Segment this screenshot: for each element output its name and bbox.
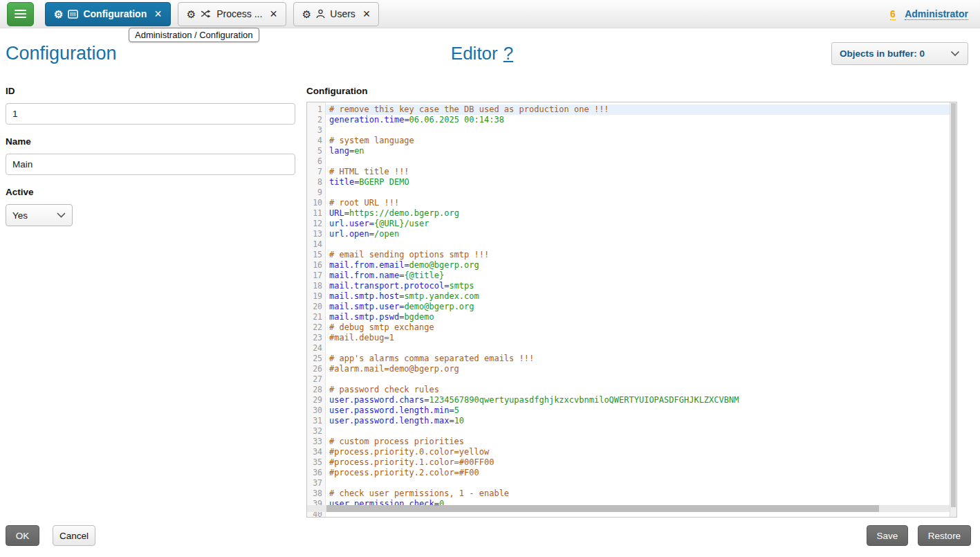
line-number: 16: [307, 260, 322, 271]
line-number: 23: [307, 333, 322, 343]
editor-line[interactable]: mail.transport.protocol=smtps: [326, 281, 956, 291]
line-number: 3: [307, 125, 322, 136]
close-icon[interactable]: ×: [363, 8, 371, 20]
editor-line[interactable]: # debug smtp exchange: [326, 322, 956, 333]
editor-inner: 1234567891011121314151617181920212223242…: [307, 102, 956, 517]
chevron-down-icon: [950, 51, 960, 57]
line-number: 13: [307, 229, 322, 239]
vertical-scrollbar[interactable]: [950, 102, 956, 517]
editor-line[interactable]: [326, 125, 956, 136]
close-icon[interactable]: ×: [270, 8, 277, 20]
buffer-count-badge[interactable]: 6: [890, 8, 896, 20]
shuffle-icon: [201, 10, 212, 18]
line-number: 7: [307, 167, 322, 177]
id-input[interactable]: [6, 103, 295, 125]
editor-gutter: 1234567891011121314151617181920212223242…: [307, 102, 326, 517]
editor-line[interactable]: [326, 478, 956, 488]
editor-line[interactable]: [326, 343, 956, 354]
editor-title: Editor?: [451, 43, 513, 64]
editor-line[interactable]: # root URL !!!: [326, 198, 956, 208]
name-label: Name: [6, 136, 295, 147]
name-input[interactable]: [6, 154, 295, 175]
editor-line[interactable]: lang=en: [326, 146, 956, 156]
line-number: 31: [307, 416, 322, 426]
tab-users[interactable]: ⚙︎ Users ×: [293, 2, 380, 26]
horizontal-scrollbar-thumb[interactable]: [326, 505, 879, 512]
editor-line[interactable]: user.password.chars=1234567890qwertyupas…: [326, 395, 956, 405]
line-number: 33: [307, 437, 322, 447]
ok-button[interactable]: OK: [6, 525, 39, 546]
editor-line[interactable]: URL=https://demo.bgerp.org: [326, 208, 956, 219]
objects-in-buffer-label: Objects in buffer: 0: [840, 48, 925, 59]
line-number: 10: [307, 198, 322, 208]
editor-line[interactable]: user.password.length.max=10: [326, 416, 956, 426]
line-number: 30: [307, 405, 322, 416]
config-form: ID Name Active Yes: [6, 86, 295, 226]
cancel-button[interactable]: Cancel: [53, 525, 95, 546]
line-number: 17: [307, 271, 322, 281]
active-select[interactable]: Yes: [6, 204, 73, 226]
page-title: Configuration: [6, 43, 117, 64]
line-number: 36: [307, 468, 322, 478]
line-number: 2: [307, 115, 322, 125]
config-editor[interactable]: 1234567891011121314151617181920212223242…: [306, 102, 957, 518]
editor-line[interactable]: # check user permissions, 1 - enable: [326, 488, 956, 499]
editor-line[interactable]: [326, 188, 956, 198]
editor-line[interactable]: generation.time=06.06.2025 00:14:38: [326, 115, 956, 125]
editor-line[interactable]: # HTML title !!!: [326, 167, 956, 177]
editor-line[interactable]: #process.priority.2.color=#F00: [326, 468, 956, 478]
top-bar: ⚙︎ Configuration × ⚙︎ Process ... × ⚙︎ U…: [0, 0, 980, 28]
tab-tooltip: Administration / Configuration: [129, 28, 259, 42]
current-user-link[interactable]: Administrator: [905, 8, 968, 20]
active-label: Active: [6, 187, 295, 198]
editor-code[interactable]: # remove this key case the DB used as pr…: [326, 102, 956, 517]
editor-line[interactable]: url.user={@URL}/user: [326, 219, 956, 229]
editor-line[interactable]: #mail.debug=1: [326, 333, 956, 343]
user-icon: [316, 9, 325, 19]
editor-line[interactable]: #process.priority.1.color=#00FF00: [326, 457, 956, 468]
help-link[interactable]: ?: [503, 43, 513, 64]
gear-icon: ⚙︎: [187, 9, 196, 19]
editor-line[interactable]: mail.smtp.pswd=bgdemo: [326, 312, 956, 322]
editor-line[interactable]: # password check rules: [326, 385, 956, 395]
save-button[interactable]: Save: [867, 525, 908, 546]
editor-line[interactable]: # email sending options smtp !!!: [326, 250, 956, 260]
editor-line[interactable]: mail.smtp.user=demo@bgerp.org: [326, 302, 956, 312]
editor-line[interactable]: [326, 156, 956, 167]
restore-button[interactable]: Restore: [918, 525, 971, 546]
editor-line[interactable]: [326, 374, 956, 385]
editor-line[interactable]: # remove this key case the DB used as pr…: [326, 104, 956, 115]
editor-line[interactable]: mail.smtp.host=smtp.yandex.com: [326, 291, 956, 302]
close-icon[interactable]: ×: [154, 8, 162, 20]
editor-line[interactable]: #alarm.mail=demo@bgerp.org: [326, 364, 956, 374]
line-number: 1: [307, 104, 322, 115]
editor-line[interactable]: # system language: [326, 136, 956, 146]
editor-line[interactable]: [326, 239, 956, 250]
objects-in-buffer-dropdown[interactable]: Objects in buffer: 0: [831, 42, 968, 65]
editor-line[interactable]: mail.from.email=demo@bgerp.org: [326, 260, 956, 271]
editor-line[interactable]: title=BGERP DEMO: [326, 177, 956, 188]
editor-line[interactable]: # custom process priorities: [326, 437, 956, 447]
line-number: 21: [307, 312, 322, 322]
line-number: 28: [307, 385, 322, 395]
tab-process[interactable]: ⚙︎ Process ... ×: [178, 2, 286, 26]
editor-panel-label: Configuration: [306, 86, 367, 96]
tab-configuration[interactable]: ⚙︎ Configuration ×: [45, 2, 171, 26]
line-number: 18: [307, 281, 322, 291]
main-menu-button[interactable]: [7, 2, 34, 26]
line-number: 35: [307, 457, 322, 468]
vertical-scrollbar-thumb[interactable]: [951, 103, 956, 507]
line-number: 14: [307, 239, 322, 250]
gear-icon: ⚙︎: [302, 9, 311, 19]
tab-label: Configuration: [83, 8, 147, 19]
editor-line[interactable]: user.password.length.min=5: [326, 405, 956, 416]
editor-line[interactable]: #process.priority.0.color=yellow: [326, 447, 956, 457]
editor-line[interactable]: [326, 426, 956, 437]
horizontal-scrollbar[interactable]: [307, 505, 950, 512]
editor-line[interactable]: url.open=/open: [326, 229, 956, 239]
line-number: 27: [307, 374, 322, 385]
editor-line[interactable]: mail.from.name={@title}: [326, 271, 956, 281]
editor-title-text: Editor: [451, 43, 498, 64]
line-number: 15: [307, 250, 322, 260]
editor-line[interactable]: # app's alarms comma separated emails !!…: [326, 354, 956, 364]
